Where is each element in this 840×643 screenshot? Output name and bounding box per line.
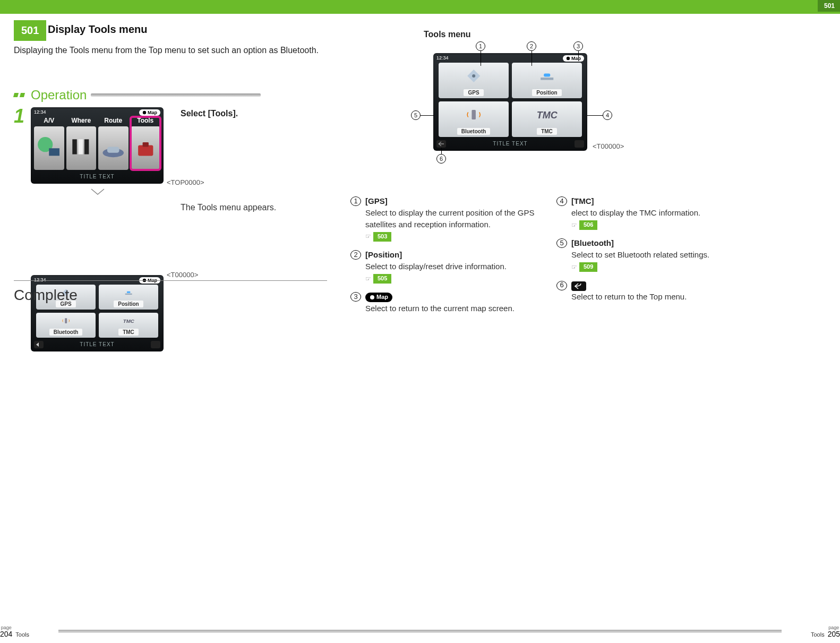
- svg-rect-2: [49, 148, 59, 156]
- operation-heading: Operation: [14, 88, 261, 102]
- svg-rect-7: [107, 147, 119, 152]
- tile-label-position: Position: [114, 301, 143, 307]
- svg-marker-20: [541, 78, 553, 81]
- desc-text: Select to return to the Top menu.: [571, 291, 687, 303]
- pointer-icon: ☞: [571, 263, 577, 272]
- position-icon: [99, 287, 158, 299]
- map-button: Map: [563, 55, 584, 62]
- svg-point-19: [472, 74, 475, 78]
- svg-rect-21: [544, 74, 550, 77]
- leader-line: [587, 115, 603, 116]
- top-bar: 501: [0, 0, 840, 14]
- section-number-badge: 501: [14, 20, 46, 41]
- step-instruction: Select [Tools].: [181, 109, 238, 118]
- screenshot-tools-menu-large: 12:34 Map GPS Position Bluetooth TMCTMC …: [433, 53, 587, 151]
- screen-time: 12:34: [436, 55, 449, 61]
- svg-marker-13: [125, 294, 132, 295]
- desc-text: Select to display the current position o…: [365, 207, 547, 230]
- svg-text:TMC: TMC: [123, 318, 135, 324]
- complete-label: Complete: [14, 287, 78, 304]
- desc-heading: [571, 280, 687, 292]
- page-title: Display Tools menu: [48, 23, 147, 36]
- tile-label-bluetooth: Bluetooth: [457, 128, 491, 135]
- desc-heading: [TMC]: [571, 195, 700, 207]
- separator-line: [14, 280, 327, 281]
- callout-6: 6: [436, 154, 446, 164]
- callout-2: 2: [527, 41, 536, 51]
- footer-rule: [58, 630, 782, 633]
- desc-text: Select to set Bluetooth related settings…: [571, 249, 709, 261]
- tools-menu-heading: Tools menu: [424, 30, 471, 39]
- tmc-icon: TMC: [99, 315, 158, 327]
- svg-rect-9: [142, 142, 148, 147]
- operation-label: Operation: [31, 88, 87, 102]
- leader-line: [532, 51, 532, 66]
- svg-text:TMC: TMC: [536, 110, 558, 121]
- page-ref: ☞505: [365, 274, 391, 284]
- map-button: Map: [139, 109, 160, 116]
- footer-section-right: Tools: [811, 631, 825, 638]
- callout-1: 1: [476, 41, 485, 51]
- desc-text: elect to display the TMC information.: [571, 207, 700, 219]
- desc-item-6: 6 Select to return to the Top menu.: [556, 280, 753, 303]
- tile-label-bluetooth: Bluetooth: [49, 329, 83, 336]
- menu-item-route: Route: [98, 117, 128, 124]
- desc-heading: [Position]: [365, 249, 507, 261]
- desc-item-5: 5 [Bluetooth] Select to set Bluetooth re…: [556, 237, 753, 272]
- top-corner-num: 501: [818, 0, 840, 12]
- desc-text: Select to return to the current map scre…: [365, 303, 515, 314]
- svg-rect-5: [84, 139, 88, 154]
- page-subtitle: Displaying the Tools menu from the Top m…: [14, 46, 319, 55]
- bluetooth-icon: [439, 104, 509, 126]
- svg-rect-15: [65, 319, 67, 324]
- menu-item-av: A/V: [34, 117, 64, 124]
- callout-5: 5: [411, 110, 421, 120]
- tmc-icon: TMC: [512, 104, 582, 126]
- chevron-down-icon: [90, 188, 105, 196]
- page-ref: ☞509: [571, 262, 597, 272]
- screen-title-text: TITLE TEXT: [31, 341, 164, 347]
- page-ref: ☞506: [571, 220, 597, 230]
- screen-time: 12:34: [34, 109, 46, 115]
- pointer-icon: ☞: [365, 275, 371, 284]
- screenshot-caption-tools-large: <T00000>: [593, 142, 624, 150]
- screenshot-caption-tools: <T00000>: [167, 271, 198, 279]
- step-result-text: The Tools menu appears.: [181, 203, 276, 212]
- svg-rect-14: [127, 292, 130, 293]
- menu-item-where: Where: [66, 117, 97, 124]
- leader-line: [441, 148, 442, 154]
- desc-item-4: 4 [TMC] elect to display the TMC informa…: [556, 195, 753, 230]
- callout-4: 4: [603, 110, 612, 120]
- description-column-left: 1 [GPS] Select to display the current po…: [350, 195, 547, 322]
- tile-label-tmc: TMC: [537, 128, 557, 135]
- tile-label-gps: GPS: [464, 89, 483, 96]
- tile-label-position: Position: [532, 89, 561, 96]
- svg-rect-22: [472, 110, 476, 119]
- screenshot-caption-top: <TOP0000>: [167, 178, 204, 186]
- description-column-right: 4 [TMC] elect to display the TMC informa…: [556, 195, 753, 310]
- screen-time: 12:34: [34, 277, 46, 282]
- footer-section-left: Tools: [15, 631, 29, 638]
- footer-right: Tools page205: [811, 625, 840, 638]
- leader-line: [578, 51, 579, 59]
- menu-item-tools: Tools: [131, 117, 161, 124]
- svg-rect-4: [78, 139, 82, 154]
- screen-title-text: TITLE TEXT: [433, 141, 587, 147]
- footer-left: page204 Tools: [0, 625, 29, 638]
- screenshot-top-menu: 12:34 Map A/V Where Route Tools TITLE TE…: [31, 107, 164, 184]
- page-ref: ☞503: [365, 232, 391, 242]
- svg-point-17: [567, 57, 570, 60]
- gps-icon: [439, 65, 509, 88]
- screen-title-text: TITLE TEXT: [31, 174, 164, 179]
- bluetooth-icon: [36, 315, 96, 327]
- pointer-icon: ☞: [571, 221, 577, 230]
- desc-item-2: 2 [Position] Select to display/reset dri…: [350, 249, 547, 284]
- leader-line: [421, 115, 434, 116]
- desc-item-3: 3 Map Select to return to the current ma…: [350, 291, 547, 314]
- desc-heading: Map: [365, 291, 515, 303]
- position-icon: [512, 65, 582, 88]
- leader-line: [481, 51, 481, 66]
- back-arrow-icon: [571, 281, 586, 291]
- svg-rect-8: [138, 145, 153, 156]
- desc-heading: [GPS]: [365, 195, 547, 207]
